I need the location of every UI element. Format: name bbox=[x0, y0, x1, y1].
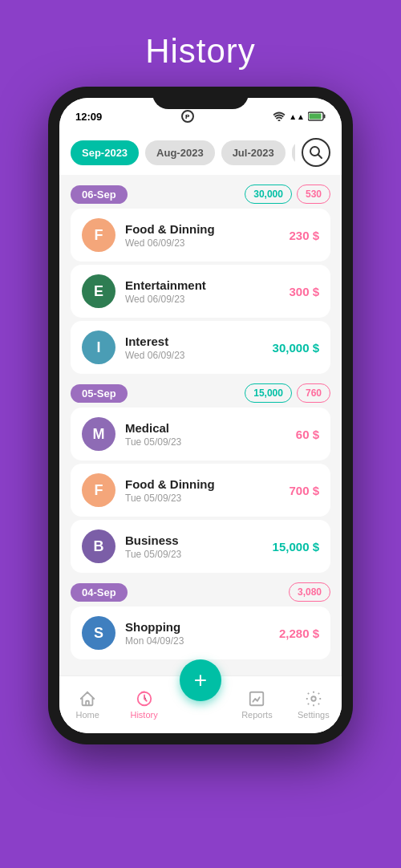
page-title: History bbox=[145, 32, 256, 71]
nav-label-history: History bbox=[130, 710, 157, 720]
history-icon bbox=[136, 690, 153, 708]
transaction-name-medical: Medical bbox=[125, 421, 286, 435]
transaction-icon-business: B bbox=[82, 529, 115, 563]
transaction-icon-interest: I bbox=[82, 331, 115, 364]
tab-jul-2023[interactable]: Jul-2023 bbox=[221, 140, 286, 165]
date-label-06-sep: 06-Sep bbox=[71, 185, 128, 204]
transaction-name-food-0509: Food & Dinning bbox=[125, 477, 279, 491]
transaction-info-entertainment: Entertainment Wed 06/09/23 bbox=[125, 278, 279, 305]
settings-icon bbox=[305, 690, 322, 708]
phone-shell: 12:09 P ▲▲ Sep-2023 bbox=[48, 87, 353, 744]
nav-item-home[interactable]: Home bbox=[59, 690, 115, 720]
nav-label-home: Home bbox=[76, 710, 99, 720]
date-header-05-sep: 05-Sep 15,000 760 bbox=[71, 383, 330, 403]
transaction-food-0509[interactable]: F Food & Dinning Tue 05/09/23 700 $ bbox=[71, 464, 330, 517]
search-button[interactable] bbox=[302, 138, 330, 167]
nav-item-reports[interactable]: Reports bbox=[229, 690, 285, 720]
transaction-date-food-0509: Tue 05/09/23 bbox=[125, 493, 279, 504]
transaction-entertainment-0609[interactable]: E Entertainment Wed 06/09/23 300 $ bbox=[71, 265, 330, 318]
date-section-04-sep: 04-Sep 3,080 bbox=[71, 582, 330, 602]
tab-jun-2023[interactable]: Jun-2 bbox=[292, 140, 295, 165]
phone-screen: 12:09 P ▲▲ Sep-2023 bbox=[59, 98, 342, 733]
tab-aug-2023[interactable]: Aug-2023 bbox=[145, 140, 215, 165]
transaction-name-food-0609: Food & Dinning bbox=[125, 222, 279, 236]
transaction-icon-medical: M bbox=[82, 417, 115, 451]
transaction-amount-medical: 60 $ bbox=[296, 428, 319, 441]
notch bbox=[152, 87, 249, 109]
date-label-04-sep: 04-Sep bbox=[71, 583, 128, 602]
month-tabs: Sep-2023 Aug-2023 Jul-2023 Jun-2 bbox=[71, 140, 295, 165]
transaction-date-business: Tue 05/09/23 bbox=[125, 549, 263, 560]
nav-label-settings: Settings bbox=[298, 710, 330, 720]
expense-badge-05-sep: 760 bbox=[297, 383, 330, 403]
transaction-icon-food: F bbox=[82, 218, 115, 252]
transaction-icon-shopping: S bbox=[82, 616, 115, 650]
transaction-name-business: Business bbox=[125, 533, 263, 547]
transaction-name-interest: Interest bbox=[125, 335, 263, 348]
date-amounts-04-sep: 3,080 bbox=[289, 582, 330, 602]
date-header-06-sep: 06-Sep 30,000 530 bbox=[71, 185, 330, 204]
transaction-info-business: Business Tue 05/09/23 bbox=[125, 533, 263, 560]
date-amounts-06-sep: 30,000 530 bbox=[245, 185, 330, 204]
svg-rect-3 bbox=[309, 114, 321, 120]
transaction-info-medical: Medical Tue 05/09/23 bbox=[125, 421, 286, 448]
tab-sep-2023[interactable]: Sep-2023 bbox=[71, 140, 139, 165]
search-icon bbox=[309, 145, 323, 160]
transaction-name-shopping: Shopping bbox=[125, 620, 269, 634]
transaction-info-shopping: Shopping Mon 04/09/23 bbox=[125, 620, 269, 647]
transaction-info-interest: Interest Wed 06/09/23 bbox=[125, 335, 263, 361]
transaction-date-entertainment: Wed 06/09/23 bbox=[125, 294, 279, 305]
home-icon bbox=[79, 690, 96, 708]
date-label-05-sep: 05-Sep bbox=[71, 384, 128, 403]
transaction-amount-food-0609: 230 $ bbox=[289, 229, 319, 242]
svg-line-5 bbox=[318, 155, 322, 159]
income-badge-05-sep: 15,000 bbox=[245, 383, 292, 403]
transaction-amount-business: 15,000 $ bbox=[273, 540, 319, 554]
svg-rect-2 bbox=[323, 115, 325, 119]
battery-icon bbox=[308, 112, 326, 121]
transaction-date-interest: Wed 06/09/23 bbox=[125, 350, 263, 361]
transaction-name-entertainment: Entertainment bbox=[125, 278, 279, 292]
date-section-06-sep: 06-Sep 30,000 530 bbox=[71, 185, 330, 204]
date-amounts-05-sep: 15,000 760 bbox=[245, 383, 330, 403]
transaction-interest-0609[interactable]: I Interest Wed 06/09/23 30,000 $ bbox=[71, 321, 330, 374]
expense-badge-06-sep: 530 bbox=[297, 185, 330, 204]
nav-item-history[interactable]: History bbox=[115, 690, 172, 720]
month-tabs-container: Sep-2023 Aug-2023 Jul-2023 Jun-2 bbox=[59, 130, 342, 175]
nav-label-reports: Reports bbox=[241, 710, 273, 720]
transaction-amount-food-0509: 700 $ bbox=[289, 484, 319, 497]
add-fab-button[interactable]: + bbox=[180, 659, 221, 701]
svg-rect-7 bbox=[250, 692, 264, 706]
status-circle-icon: P bbox=[181, 110, 194, 123]
content-area: 06-Sep 30,000 530 F Food & Dinning Wed 0… bbox=[59, 175, 342, 733]
transaction-icon-food2: F bbox=[82, 473, 115, 507]
transaction-date-shopping: Mon 04/09/23 bbox=[125, 635, 269, 647]
expense-badge-04-sep: 3,080 bbox=[289, 582, 330, 602]
nav-item-settings[interactable]: Settings bbox=[286, 690, 342, 720]
transaction-medical-0509[interactable]: M Medical Tue 05/09/23 60 $ bbox=[71, 408, 330, 460]
transaction-amount-shopping: 2,280 $ bbox=[279, 627, 319, 640]
transaction-food-0609[interactable]: F Food & Dinning Wed 06/09/23 230 $ bbox=[71, 209, 330, 262]
income-badge-06-sep: 30,000 bbox=[245, 185, 292, 204]
transaction-icon-entertainment: E bbox=[82, 274, 115, 308]
signal-icon: ▲▲ bbox=[289, 112, 305, 121]
transaction-date-medical: Tue 05/09/23 bbox=[125, 436, 286, 448]
status-time: 12:09 bbox=[75, 111, 102, 123]
svg-point-8 bbox=[311, 696, 316, 701]
transaction-info-food-0509: Food & Dinning Tue 05/09/23 bbox=[125, 477, 279, 504]
reports-icon bbox=[248, 690, 265, 708]
status-icons: ▲▲ bbox=[273, 112, 326, 121]
transaction-amount-interest: 30,000 $ bbox=[273, 341, 319, 355]
wifi-icon bbox=[273, 112, 286, 121]
svg-point-0 bbox=[278, 120, 281, 121]
transaction-date-food-0609: Wed 06/09/23 bbox=[125, 237, 279, 249]
transaction-info-food-0609: Food & Dinning Wed 06/09/23 bbox=[125, 222, 279, 249]
transaction-business-0509[interactable]: B Business Tue 05/09/23 15,000 $ bbox=[71, 520, 330, 573]
transaction-shopping-0409[interactable]: S Shopping Mon 04/09/23 2,280 $ bbox=[71, 606, 330, 659]
transaction-amount-entertainment: 300 $ bbox=[289, 285, 319, 298]
date-header-04-sep: 04-Sep 3,080 bbox=[71, 582, 330, 602]
date-section-05-sep: 05-Sep 15,000 760 bbox=[71, 383, 330, 403]
